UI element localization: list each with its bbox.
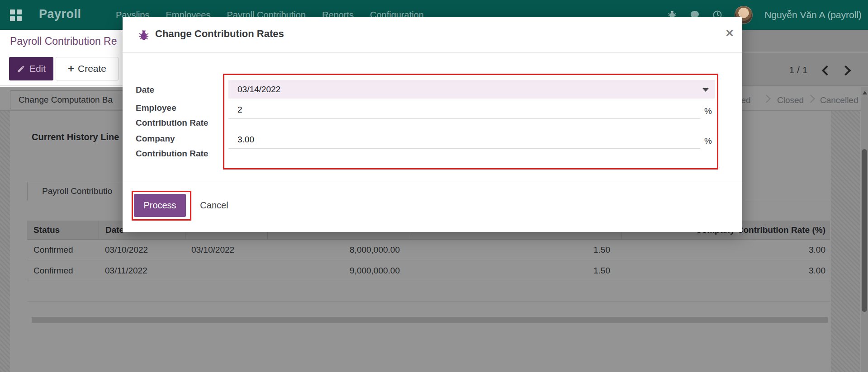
annotation-rectangle — [223, 74, 718, 170]
modal-backdrop — [742, 30, 868, 87]
employee-rate-label: Employee Contribution Rate — [136, 100, 217, 130]
screen: Payroll Payslips Employees Payroll Contr… — [0, 0, 868, 372]
app-brand[interactable]: Payroll — [39, 7, 81, 21]
date-label: Date — [136, 82, 217, 97]
edit-button[interactable]: Edit — [9, 57, 53, 80]
footer-divider — [123, 182, 742, 182]
cancel-button[interactable]: Cancel — [195, 194, 233, 217]
breadcrumb[interactable]: Payroll Contribution Re — [10, 35, 130, 47]
edit-button-label: Edit — [29, 63, 46, 74]
plus-icon: + — [68, 63, 74, 74]
dialog-title: Change Contribution Rates — [155, 28, 284, 40]
company-rate-label: Company Contribution Rate — [136, 131, 217, 161]
apps-grid-icon[interactable] — [10, 9, 22, 21]
user-name[interactable]: Nguyễn Văn A (payroll) — [764, 9, 862, 20]
annotation-rectangle — [132, 191, 191, 221]
close-icon[interactable]: × — [721, 24, 739, 42]
dialog-header: Change Contribution Rates × — [123, 17, 742, 53]
pencil-icon — [17, 65, 25, 73]
create-button-label: Create — [78, 63, 106, 74]
bug-icon — [138, 29, 150, 42]
create-button[interactable]: + Create — [56, 57, 119, 80]
